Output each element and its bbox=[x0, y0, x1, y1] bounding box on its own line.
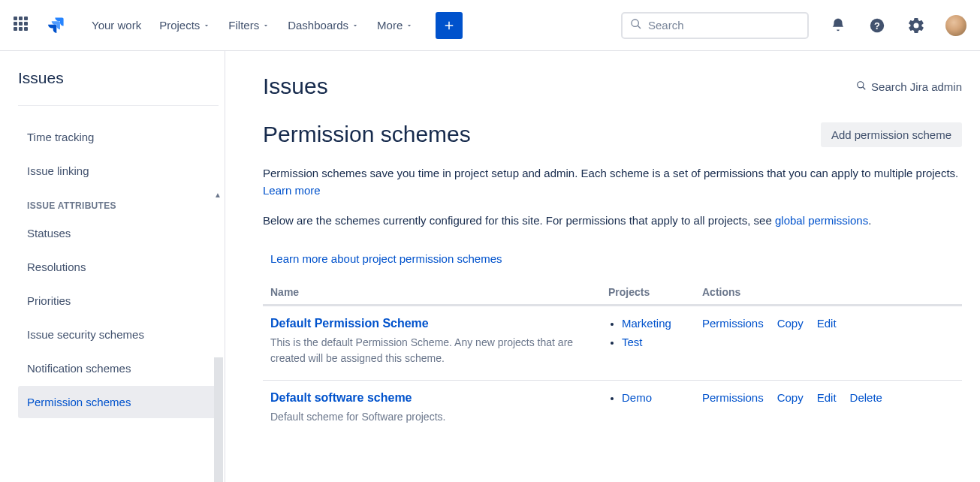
description-2: Below are the schemes currently configur… bbox=[263, 212, 962, 230]
jira-logo-icon[interactable] bbox=[45, 15, 66, 36]
help-icon[interactable]: ? bbox=[867, 16, 887, 35]
table-row: Default software schemeDefault scheme fo… bbox=[263, 380, 962, 438]
sidebar-title: Issues bbox=[18, 69, 219, 106]
sidebar-section-heading: ISSUE ATTRIBUTES bbox=[18, 188, 219, 217]
search-input[interactable] bbox=[648, 19, 800, 32]
sidebar-item-issue-linking[interactable]: Issue linking bbox=[18, 155, 219, 187]
main-content: Issues Search Jira admin Permission sche… bbox=[225, 51, 980, 482]
chevron-down-icon bbox=[203, 22, 210, 29]
scroll-up-arrow-icon[interactable]: ▲ bbox=[214, 191, 222, 199]
user-avatar[interactable] bbox=[945, 15, 966, 36]
col-header-name: Name bbox=[263, 286, 608, 298]
action-edit[interactable]: Edit bbox=[817, 317, 837, 330]
scrollbar-track[interactable] bbox=[214, 357, 223, 482]
svg-text:?: ? bbox=[874, 20, 880, 31]
svg-point-0 bbox=[632, 20, 638, 26]
project-link[interactable]: Test bbox=[622, 336, 643, 348]
action-delete[interactable]: Delete bbox=[850, 391, 882, 404]
action-permissions[interactable]: Permissions bbox=[702, 391, 764, 404]
sidebar-item-label: Time tracking bbox=[27, 131, 94, 143]
sidebar-item-label: Notification schemes bbox=[27, 362, 131, 375]
admin-search-label: Search Jira admin bbox=[871, 80, 962, 93]
create-button[interactable] bbox=[436, 12, 463, 39]
section-title: Permission schemes bbox=[263, 122, 471, 147]
sidebar-item-label: Permission schemes bbox=[27, 396, 131, 408]
admin-search-link[interactable]: Search Jira admin bbox=[856, 80, 962, 93]
schemes-table: Name Projects Actions Default Permission… bbox=[263, 280, 962, 438]
table-row: Default Permission SchemeThis is the def… bbox=[263, 306, 962, 380]
sidebar-item-label: Priorities bbox=[27, 294, 71, 307]
scheme-description: This is the default Permission Scheme. A… bbox=[270, 335, 608, 366]
sidebar-item-priorities[interactable]: Priorities bbox=[18, 285, 219, 317]
chevron-down-icon bbox=[262, 22, 270, 29]
col-header-projects: Projects bbox=[608, 286, 702, 298]
sidebar: Issues Time trackingIssue linking ISSUE … bbox=[0, 51, 225, 482]
search-box[interactable] bbox=[621, 12, 809, 39]
sidebar-item-permission-schemes[interactable]: Permission schemes bbox=[18, 386, 219, 418]
description-1: Permission schemes save you time in proj… bbox=[263, 165, 962, 199]
add-permission-scheme-button[interactable]: Add permission scheme bbox=[821, 122, 962, 147]
sidebar-item-label: Resolutions bbox=[27, 261, 86, 273]
settings-icon[interactable] bbox=[906, 16, 926, 35]
sidebar-item-label: Issue linking bbox=[27, 164, 89, 177]
nav-projects[interactable]: Projects bbox=[150, 13, 219, 38]
svg-line-1 bbox=[638, 26, 641, 29]
sidebar-item-issue-security-schemes[interactable]: Issue security schemes bbox=[18, 318, 219, 351]
global-permissions-link[interactable]: global permissions bbox=[775, 214, 868, 227]
search-icon bbox=[630, 18, 642, 32]
nav-item-label: More bbox=[377, 19, 403, 32]
action-copy[interactable]: Copy bbox=[777, 391, 804, 404]
nav-dashboards[interactable]: Dashboards bbox=[279, 13, 368, 38]
scheme-name-link[interactable]: Default Permission Scheme bbox=[270, 317, 608, 330]
chevron-down-icon bbox=[351, 22, 359, 29]
nav-item-label: Projects bbox=[159, 19, 200, 32]
page-title: Issues bbox=[263, 74, 328, 99]
chevron-down-icon bbox=[406, 22, 413, 29]
svg-point-4 bbox=[858, 81, 864, 87]
scheme-name-link[interactable]: Default software scheme bbox=[270, 391, 608, 405]
sidebar-item-notification-schemes[interactable]: Notification schemes bbox=[18, 352, 219, 384]
sidebar-item-label: Issue security schemes bbox=[27, 328, 144, 341]
nav-your-work[interactable]: Your work bbox=[83, 13, 150, 38]
notifications-icon[interactable] bbox=[828, 16, 848, 35]
sidebar-item-time-tracking[interactable]: Time tracking bbox=[18, 121, 219, 153]
svg-line-5 bbox=[863, 86, 866, 89]
top-navigation: Your workProjectsFiltersDashboardsMore ? bbox=[0, 0, 980, 51]
sidebar-item-statuses[interactable]: Statuses bbox=[18, 217, 219, 249]
sidebar-item-resolutions[interactable]: Resolutions bbox=[18, 251, 219, 283]
nav-item-label: Your work bbox=[92, 19, 141, 32]
app-switcher-icon[interactable] bbox=[14, 17, 32, 35]
nav-filters[interactable]: Filters bbox=[219, 13, 279, 38]
scheme-description: Default scheme for Software projects. bbox=[270, 409, 608, 425]
search-icon bbox=[856, 80, 867, 93]
action-copy[interactable]: Copy bbox=[777, 317, 804, 330]
nav-item-label: Dashboards bbox=[288, 19, 348, 32]
learn-more-schemes-link[interactable]: Learn more about project permission sche… bbox=[270, 252, 502, 265]
action-permissions[interactable]: Permissions bbox=[702, 317, 764, 330]
nav-more[interactable]: More bbox=[368, 13, 422, 38]
learn-more-link[interactable]: Learn more bbox=[263, 184, 321, 197]
sidebar-item-label: Statuses bbox=[27, 227, 71, 239]
col-header-actions: Actions bbox=[702, 286, 962, 298]
nav-item-label: Filters bbox=[228, 19, 259, 32]
action-edit[interactable]: Edit bbox=[817, 391, 837, 404]
project-link[interactable]: Demo bbox=[622, 391, 652, 404]
project-link[interactable]: Marketing bbox=[622, 317, 671, 330]
